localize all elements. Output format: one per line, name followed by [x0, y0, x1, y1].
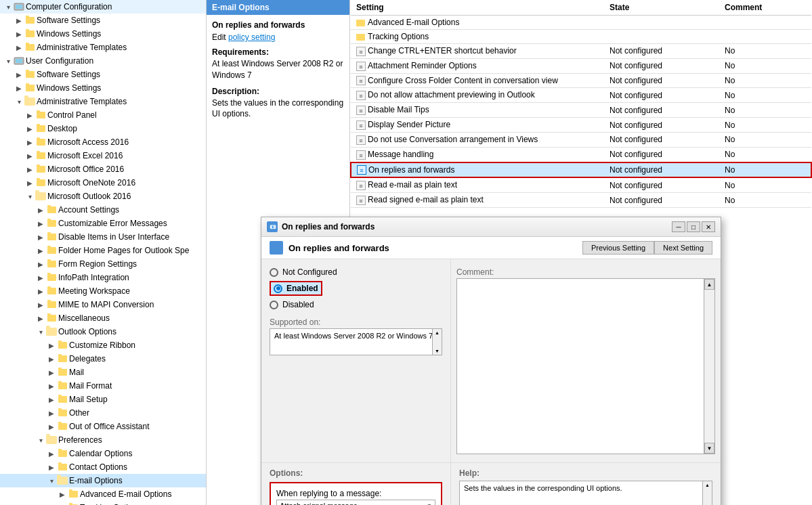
tree-item-ms-access[interactable]: ▶Microsoft Access 2016: [0, 135, 206, 149]
tree-item-disable-items[interactable]: ▶Disable Items in User Interface: [0, 230, 206, 244]
comment-area[interactable]: ▲ ▼: [456, 278, 715, 454]
expand-btn-meeting-workspace[interactable]: ▶: [35, 286, 46, 297]
tree-item-ms-outlook[interactable]: ▾Microsoft Outlook 2016: [0, 190, 206, 203]
expand-btn-miscellaneous[interactable]: ▶: [35, 313, 46, 324]
tree-item-control-panel[interactable]: ▶Control Panel: [0, 108, 206, 122]
tree-item-mail[interactable]: ▶Mail: [0, 366, 206, 379]
tree-item-ms-office[interactable]: ▶Microsoft Office 2016: [0, 162, 206, 176]
expand-btn-ms-outlook[interactable]: ▾: [24, 191, 35, 202]
table-row-read-plain[interactable]: ≡Read e-mail as plain textNot configured…: [351, 177, 811, 192]
tree-item-desktop[interactable]: ▶Desktop: [0, 122, 206, 135]
expand-btn-control-panel[interactable]: ▶: [24, 110, 35, 120]
expand-btn-out-of-office[interactable]: ▶: [46, 421, 57, 432]
tree-item-meeting-workspace[interactable]: ▶Meeting Workspace: [0, 284, 206, 298]
expand-btn-computer-config[interactable]: ▾: [3, 1, 14, 12]
tree-item-infopath[interactable]: ▶InfoPath Integration: [0, 271, 206, 284]
scroll-up-arrow[interactable]: ▲: [435, 330, 440, 335]
table-row-attachment-reminder[interactable]: ≡Attachment Reminder OptionsNot configur…: [351, 58, 811, 73]
expand-btn-user-config[interactable]: ▾: [3, 56, 14, 66]
tree-item-advanced-email[interactable]: ▶Advanced E-mail Options: [0, 487, 206, 501]
comment-scroll-up[interactable]: ▲: [704, 279, 714, 290]
next-setting-btn[interactable]: Next Setting: [654, 241, 712, 255]
table-row-tracking-options[interactable]: Tracking Options: [351, 30, 811, 44]
comment-scroll-down[interactable]: ▼: [704, 443, 714, 454]
tree-item-form-region[interactable]: ▶Form Region Settings: [0, 257, 206, 271]
expand-btn-ms-excel[interactable]: ▶: [24, 150, 35, 161]
tree-item-folder-home[interactable]: ▶Folder Home Pages for Outlook Spe: [0, 244, 206, 257]
tree-item-other[interactable]: ▶Other: [0, 406, 206, 420]
expand-btn-mime-mapi[interactable]: ▶: [35, 299, 46, 310]
tree-item-outlook-options[interactable]: ▾Outlook Options: [0, 325, 206, 338]
radio-disabled[interactable]: Disabled: [270, 300, 442, 309]
tree-item-customizable-errors[interactable]: ▶Customizable Error Messages: [0, 217, 206, 230]
expand-btn-customizable-errors[interactable]: ▶: [35, 218, 46, 229]
expand-btn-cc-windows[interactable]: ▶: [14, 28, 24, 39]
expand-btn-cc-admin[interactable]: ▶: [14, 42, 24, 53]
tree-item-mail-setup[interactable]: ▶Mail Setup: [0, 393, 206, 406]
tree-item-contact-options[interactable]: ▶Contact Options: [0, 460, 206, 474]
expand-btn-tracking-options[interactable]: ▶: [57, 502, 68, 505]
expand-btn-other[interactable]: ▶: [46, 408, 57, 418]
expand-btn-preferences[interactable]: ▾: [35, 435, 46, 445]
expand-btn-mail-setup[interactable]: ▶: [46, 394, 57, 405]
expand-btn-ms-onenote[interactable]: ▶: [24, 177, 35, 188]
expand-btn-ms-office[interactable]: ▶: [24, 164, 35, 175]
table-row-read-signed-plain[interactable]: ≡Read signed e-mail as plain textNot con…: [351, 193, 811, 208]
policy-link[interactable]: policy setting: [228, 32, 275, 42]
expand-btn-infopath[interactable]: ▶: [35, 272, 46, 283]
dialog-minimize-btn[interactable]: ─: [672, 221, 685, 232]
tree-item-uc-software[interactable]: ▶Software Settings: [0, 68, 206, 81]
tree-item-mime-mapi[interactable]: ▶MIME to MAPI Conversion: [0, 298, 206, 311]
dialog-restore-btn[interactable]: □: [687, 221, 700, 232]
tree-item-uc-windows[interactable]: ▶Windows Settings: [0, 81, 206, 95]
table-row-no-conversation[interactable]: ≡Do not use Conversation arrangement in …: [351, 132, 811, 147]
expand-btn-delegates[interactable]: ▶: [46, 353, 57, 364]
table-row-change-ctrl-enter[interactable]: ≡Change CTRL+ENTER shortcut behaviorNot …: [351, 44, 811, 59]
tree-item-cc-software[interactable]: ▶Software Settings: [0, 14, 206, 27]
expand-btn-advanced-email[interactable]: ▶: [57, 489, 68, 500]
tree-item-calendar-options[interactable]: ▶Calendar Options: [0, 447, 206, 460]
tree-item-delegates[interactable]: ▶Delegates: [0, 352, 206, 366]
tree-item-preferences[interactable]: ▾Preferences: [0, 433, 206, 447]
expand-btn-cc-software[interactable]: ▶: [14, 15, 24, 26]
dialog-close-btn[interactable]: ✕: [702, 221, 715, 232]
radio-enabled[interactable]: Enabled: [270, 281, 442, 296]
table-row-cross-folder[interactable]: ≡Configure Cross Folder Content in conve…: [351, 73, 811, 88]
expand-btn-outlook-options[interactable]: ▾: [35, 326, 46, 337]
expand-btn-uc-admin[interactable]: ▾: [14, 96, 24, 107]
expand-btn-account-settings[interactable]: ▶: [35, 204, 46, 215]
table-row-message-handling[interactable]: ≡Message handlingNot configuredNo: [351, 147, 811, 162]
expand-btn-uc-software[interactable]: ▶: [14, 69, 24, 80]
tree-item-customize-ribbon[interactable]: ▶Customize Ribbon: [0, 338, 206, 352]
tree-item-email-options[interactable]: ▾E-mail Options: [0, 474, 206, 487]
tree-item-ms-onenote[interactable]: ▶Microsoft OneNote 2016: [0, 176, 206, 190]
expand-btn-contact-options[interactable]: ▶: [46, 462, 57, 473]
table-row-disable-mail-tips[interactable]: ≡Disable Mail TipsNot configuredNo: [351, 103, 811, 118]
expand-btn-desktop[interactable]: ▶: [24, 123, 35, 134]
radio-not-configured[interactable]: Not Configured: [270, 267, 442, 277]
tree-item-out-of-office[interactable]: ▶Out of Office Assistant: [0, 420, 206, 433]
tree-item-account-settings[interactable]: ▶Account Settings: [0, 203, 206, 217]
reply-select[interactable]: Attach orignal message ▼: [276, 500, 435, 505]
tree-item-computer-config[interactable]: ▾Computer Configuration: [0, 0, 206, 14]
table-row-display-sender[interactable]: ≡Display Sender PictureNot configuredNo: [351, 118, 811, 133]
tree-item-user-config[interactable]: ▾User Configuration: [0, 54, 206, 68]
expand-btn-folder-home[interactable]: ▶: [35, 245, 46, 256]
expand-btn-mail-format[interactable]: ▶: [46, 380, 57, 391]
tree-item-tracking-options[interactable]: ▶Tracking Options: [0, 501, 206, 505]
prev-setting-btn[interactable]: Previous Setting: [582, 241, 654, 255]
expand-btn-uc-windows[interactable]: ▶: [14, 83, 24, 93]
expand-btn-mail[interactable]: ▶: [46, 367, 57, 378]
tree-item-cc-windows[interactable]: ▶Windows Settings: [0, 27, 206, 41]
expand-btn-ms-access[interactable]: ▶: [24, 137, 35, 148]
help-scroll-up[interactable]: ▲: [705, 483, 710, 487]
table-row-no-attachment-preview[interactable]: ≡Do not allow attachment previewing in O…: [351, 88, 811, 103]
tree-item-ms-excel[interactable]: ▶Microsoft Excel 2016: [0, 149, 206, 162]
tree-item-cc-admin[interactable]: ▶Administrative Templates: [0, 41, 206, 54]
tree-item-mail-format[interactable]: ▶Mail Format: [0, 379, 206, 393]
expand-btn-calendar-options[interactable]: ▶: [46, 448, 57, 459]
expand-btn-email-options[interactable]: ▾: [46, 475, 57, 486]
scroll-down-arrow[interactable]: ▼: [435, 349, 440, 353]
expand-btn-customize-ribbon[interactable]: ▶: [46, 340, 57, 351]
expand-btn-disable-items[interactable]: ▶: [35, 232, 46, 242]
